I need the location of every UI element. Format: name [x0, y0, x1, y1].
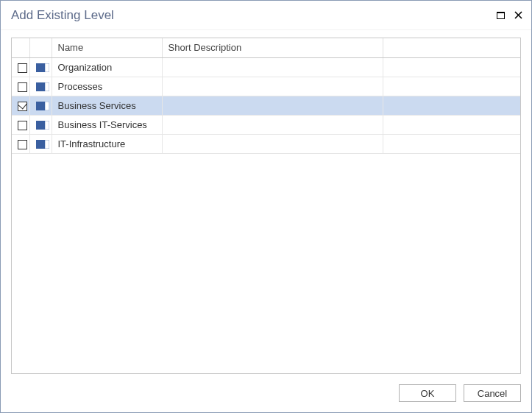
- row-name: IT-Infrastructure: [52, 134, 162, 153]
- row-checkbox-cell[interactable]: [12, 134, 29, 153]
- row-name: Processes: [52, 77, 162, 96]
- row-checkbox-cell[interactable]: [12, 96, 29, 115]
- window-controls: [494, 10, 524, 21]
- row-checkbox[interactable]: [18, 121, 27, 130]
- row-checkbox-cell[interactable]: [12, 57, 29, 77]
- levels-grid[interactable]: Name Short Description OrganizationProce…: [11, 38, 521, 374]
- row-icon-cell: [29, 96, 52, 115]
- level-icon: [36, 82, 49, 91]
- row-blank-cell: [383, 77, 520, 96]
- row-short-description: [162, 77, 383, 96]
- row-blank-cell: [383, 57, 520, 77]
- table-row[interactable]: Business Services: [12, 96, 520, 115]
- svg-rect-5: [45, 63, 49, 72]
- row-short-description: [162, 115, 383, 134]
- row-icon-cell: [29, 57, 52, 77]
- row-icon-cell: [29, 134, 52, 153]
- add-existing-level-dialog: Add Existing Level: [0, 0, 532, 413]
- svg-rect-4: [36, 63, 45, 72]
- svg-rect-12: [36, 140, 45, 149]
- cancel-button-label: Cancel: [478, 388, 507, 399]
- row-checkbox[interactable]: [18, 102, 27, 111]
- row-blank-cell: [383, 134, 520, 153]
- row-short-description: [162, 134, 383, 153]
- level-icon: [36, 102, 49, 110]
- svg-rect-7: [45, 82, 49, 91]
- svg-rect-10: [36, 121, 45, 130]
- row-name: Business IT-Services: [52, 115, 162, 134]
- row-blank-cell: [383, 115, 520, 134]
- col-header-name[interactable]: Name: [52, 38, 162, 57]
- table-row[interactable]: Business IT-Services: [12, 115, 520, 134]
- dialog-footer: OK Cancel: [1, 374, 531, 412]
- row-checkbox[interactable]: [18, 82, 27, 92]
- grid-header-row: Name Short Description: [12, 38, 520, 57]
- cancel-button[interactable]: Cancel: [464, 384, 521, 402]
- dialog-content: Name Short Description OrganizationProce…: [1, 30, 531, 374]
- row-checkbox[interactable]: [18, 63, 27, 73]
- col-header-blank[interactable]: [383, 38, 520, 57]
- ok-button[interactable]: OK: [399, 384, 456, 402]
- row-short-description: [162, 57, 383, 77]
- svg-rect-13: [45, 140, 49, 149]
- table-row[interactable]: Organization: [12, 57, 520, 77]
- svg-rect-8: [36, 102, 45, 110]
- row-blank-cell: [383, 96, 520, 115]
- col-header-checkbox[interactable]: [12, 38, 29, 57]
- svg-rect-11: [45, 121, 49, 130]
- row-name: Business Services: [52, 96, 162, 115]
- row-checkbox-cell[interactable]: [12, 115, 29, 134]
- row-name: Organization: [52, 57, 162, 77]
- dialog-title: Add Existing Level: [11, 8, 114, 23]
- row-icon-cell: [29, 77, 52, 96]
- row-checkbox[interactable]: [18, 140, 27, 149]
- table-row[interactable]: IT-Infrastructure: [12, 134, 520, 153]
- row-icon-cell: [29, 115, 52, 134]
- svg-rect-6: [36, 82, 45, 91]
- maximize-button[interactable]: [494, 10, 506, 21]
- grid-empty-area: [12, 154, 520, 374]
- titlebar: Add Existing Level: [1, 1, 531, 30]
- col-header-icon[interactable]: [29, 38, 52, 57]
- table-row[interactable]: Processes: [12, 77, 520, 96]
- row-short-description: [162, 96, 383, 115]
- level-icon: [36, 140, 49, 149]
- col-header-short-description[interactable]: Short Description: [162, 38, 383, 57]
- row-checkbox-cell[interactable]: [12, 77, 29, 96]
- level-icon: [36, 63, 49, 72]
- ok-button-label: OK: [421, 388, 435, 399]
- level-icon: [36, 121, 49, 130]
- close-button[interactable]: [512, 10, 524, 21]
- svg-rect-9: [45, 102, 49, 110]
